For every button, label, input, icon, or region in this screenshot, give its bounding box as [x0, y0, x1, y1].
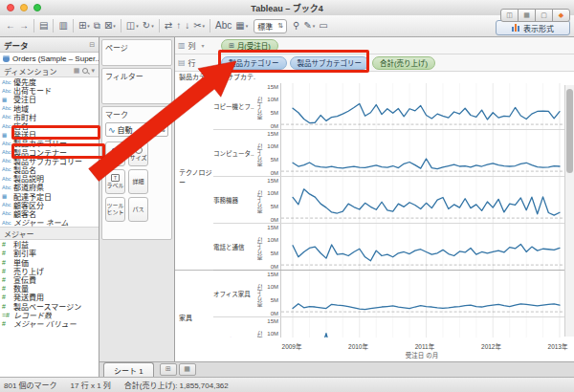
measure-item[interactable]: #製品ベースマージン [0, 302, 99, 311]
y-tick-label: 5M [271, 110, 278, 116]
sort-descending-icon[interactable]: ↓ [185, 21, 189, 31]
dimension-label: 市町村 [13, 113, 36, 121]
swap-rows-columns-icon[interactable]: ⇄ [165, 21, 172, 31]
mark-type-dropdown[interactable]: ∿ 自動 ⇅ [105, 122, 168, 137]
run-update-icon[interactable]: ↻▾ [143, 21, 154, 31]
measure-item[interactable]: #割引率 [0, 249, 99, 257]
measure-item[interactable]: =#レコード数 [0, 311, 99, 319]
sheet-tab[interactable]: シート 1 [103, 362, 154, 378]
show-me-button[interactable]: 表示形式 [496, 20, 570, 35]
mark-button-パス[interactable]: パス [128, 197, 148, 222]
columns-shelf[interactable]: ▥ 列 ▾ ⊞月(受注日) [175, 37, 574, 54]
new-worksheet-icon[interactable]: ⊞▾ [78, 21, 90, 31]
sort-ascending-icon[interactable]: ↑ [176, 21, 181, 31]
rows-shelf[interactable]: ▤ 行 製品カテゴリー製品サブカテゴリー合計(売り上げ) [175, 54, 574, 72]
measure-label: 発送費用 [13, 293, 44, 301]
line-plot[interactable] [280, 130, 564, 176]
show-me-toolbar-icon[interactable]: ▦▾ [235, 21, 248, 31]
dimension-item[interactable]: Abc出荷モード [0, 86, 99, 95]
shelf-pill[interactable]: 製品カテゴリー [221, 56, 287, 70]
mark-button-色[interactable]: 色 [105, 142, 125, 166]
measure-item[interactable]: #単価 [0, 258, 99, 267]
pages-shelf[interactable]: ページ [101, 39, 172, 66]
dimension-item[interactable]: Abc都道府県 [0, 183, 99, 191]
expand-icon[interactable]: ⊞ [229, 42, 234, 50]
shelf-pill[interactable]: ⊞月(受注日) [221, 39, 278, 53]
dimension-item[interactable]: Abc顧客区分 [0, 201, 99, 209]
pin-icon[interactable]: ⚲ [293, 21, 299, 31]
category-label[interactable]: 家具 [175, 271, 213, 338]
fit-dropdown[interactable]: 標準 ⇅ [254, 19, 287, 33]
category-label[interactable]: テクノロジー [175, 83, 213, 271]
clear-sheet-icon[interactable]: ⊠▾ [104, 21, 116, 31]
dimension-item[interactable]: ▦発送日 [0, 130, 99, 139]
measure-item[interactable]: #宣伝費 [0, 275, 99, 284]
add-data-source-icon[interactable]: ▥ [58, 21, 67, 31]
number-icon: # [2, 294, 13, 300]
dimension-item[interactable]: Abc製品サブカテゴリー [0, 157, 99, 165]
mark-button-サイズ[interactable]: サイズ [128, 142, 148, 166]
number-icon: # [2, 259, 13, 266]
dimension-item[interactable]: Abcメジャー ネーム [0, 218, 99, 227]
dimension-item[interactable]: Abc顧客名 [0, 209, 99, 218]
measure-item[interactable]: #メジャー バリュー [0, 319, 99, 328]
grid-icon[interactable]: ▦ [518, 9, 536, 22]
measure-label: 割引率 [13, 249, 36, 257]
subcategory-label[interactable]: テーブル [213, 317, 255, 338]
new-dashboard-tab-icon[interactable]: ▦ [179, 363, 196, 376]
subcategory-label[interactable]: 電話と通信 [213, 224, 255, 270]
measure-item[interactable]: #売り上げ [0, 267, 99, 275]
search-icon[interactable] [82, 68, 88, 74]
y-axis-title: 売り上げ [255, 229, 264, 268]
line-plot[interactable] [280, 224, 564, 270]
dimension-item[interactable]: ▦受注日 [0, 95, 99, 103]
subcategory-label[interactable]: コンピュータ.. [213, 130, 255, 176]
dimension-item[interactable]: Abc製品コンテナー [0, 148, 99, 157]
save-icon[interactable]: ▤ [39, 21, 48, 31]
line-plot[interactable] [280, 271, 564, 316]
vertical-scrollbar[interactable] [564, 85, 574, 337]
dimension-item[interactable]: Abc地域 [0, 104, 99, 113]
dimension-item[interactable]: Abc製品カテゴリー [0, 139, 99, 147]
panel-icon[interactable]: ◫ [500, 9, 519, 22]
group-members-icon[interactable]: ✂▾ [193, 21, 205, 31]
scrollbar-thumb[interactable] [566, 89, 573, 173]
subcategory-label[interactable]: オフィス家具 [213, 271, 255, 316]
shelf-pill[interactable]: 合計(売り上げ) [372, 56, 435, 70]
columns-shelf-text: 列 [188, 40, 196, 51]
mark-button-詳細[interactable]: 詳細 [128, 169, 148, 194]
subcategory-label[interactable]: コピー機とフ.. [213, 83, 255, 129]
new-worksheet-tab-icon[interactable]: ⊞ [160, 363, 177, 376]
dimension-item[interactable]: Abc優先度 [0, 77, 99, 86]
sort-menu-icon[interactable]: ▾ [91, 67, 95, 75]
filters-shelf[interactable]: フィルター [101, 68, 172, 104]
pause-auto-updates-icon[interactable]: ◫▾ [126, 21, 139, 31]
back-icon[interactable]: ← [6, 21, 15, 31]
shelf-pill[interactable]: 製品サブカテゴリー [290, 56, 370, 70]
subcategory-label[interactable]: 事務機器 [213, 177, 255, 223]
dimension-item[interactable]: Abc市町村 [0, 113, 99, 121]
presentation-mode-icon[interactable]: ▭ [319, 21, 327, 31]
measure-item[interactable]: #利益 [0, 240, 99, 249]
measure-item[interactable]: #数量 [0, 284, 99, 293]
mark-button-ラベル[interactable]: Tラベル [105, 169, 125, 194]
pane-options-icon[interactable]: ⊟ [89, 41, 95, 49]
size-circle-icon [135, 146, 143, 154]
forward-icon[interactable]: → [19, 21, 29, 31]
show-mark-labels-icon[interactable]: Abc [215, 21, 232, 31]
highlight-icon[interactable]: ✎▾ [303, 21, 315, 31]
dimension-item[interactable]: Abc製品説明 [0, 174, 99, 183]
line-plot[interactable] [280, 317, 564, 338]
duplicate-sheet-icon[interactable]: ⧉ [94, 21, 100, 31]
dimension-item[interactable]: ▦配達予定日 [0, 191, 99, 200]
view-data-icon[interactable]: ▦ [74, 67, 80, 75]
line-plot[interactable] [280, 177, 564, 223]
tableau-icon[interactable]: ◆ [552, 9, 570, 22]
dimension-item[interactable]: Abc製品名 [0, 165, 99, 174]
dimension-item[interactable]: Abc店名 [0, 121, 99, 130]
line-plot[interactable] [280, 83, 564, 129]
data-source-item[interactable]: Orders (Sample – Super... [0, 53, 99, 64]
measure-item[interactable]: #発送費用 [0, 293, 99, 301]
window-icon[interactable]: ▢ [535, 9, 553, 22]
mark-button-ツールヒント[interactable]: ツールヒント [105, 197, 125, 222]
